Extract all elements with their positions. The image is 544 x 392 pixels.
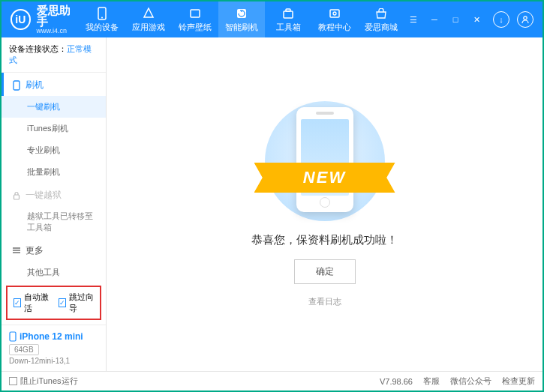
svg-point-8 xyxy=(524,16,527,19)
nav-ringtone[interactable]: 铃声壁纸 xyxy=(172,1,218,37)
svg-rect-9 xyxy=(14,81,20,90)
wechat-link[interactable]: 微信公众号 xyxy=(450,376,491,387)
main-content: NEW 恭喜您，保资料刷机成功啦！ 确定 查看日志 xyxy=(107,37,542,371)
success-illustration: NEW xyxy=(265,101,385,221)
maximize-button[interactable]: □ xyxy=(446,10,464,28)
svg-rect-6 xyxy=(330,10,339,17)
connection-status: 设备连接状态：正常模式 xyxy=(2,37,106,73)
svg-point-7 xyxy=(333,12,336,15)
customer-service-link[interactable]: 客服 xyxy=(423,376,440,387)
tutorial-icon xyxy=(328,7,341,20)
window-controls: ☰ ─ □ ✕ ↓ xyxy=(404,10,533,28)
version-label: V7.98.66 xyxy=(380,377,413,386)
nav-flash[interactable]: 智能刷机 xyxy=(218,1,265,37)
svg-point-1 xyxy=(101,16,103,18)
device-icon xyxy=(95,7,109,20)
top-nav: 我的设备 应用游戏 铃声壁纸 智能刷机 工具箱 教程中心 xyxy=(79,1,404,37)
device-info[interactable]: iPhone 12 mini 64GB Down-12mini-13,1 xyxy=(2,325,106,371)
store-icon xyxy=(374,7,388,20)
checkbox-skip-guide[interactable]: ✓ 跳过向导 xyxy=(59,292,95,314)
sidebar-item-other[interactable]: 其他工具 xyxy=(2,262,106,281)
flash-icon xyxy=(235,7,248,20)
flash-section-icon xyxy=(12,80,21,91)
svg-rect-10 xyxy=(14,195,20,199)
svg-rect-14 xyxy=(10,332,16,341)
view-log-link[interactable]: 查看日志 xyxy=(308,296,341,307)
sidebar-item-batch[interactable]: 批量刷机 xyxy=(2,161,106,183)
statusbar: 阻止iTunes运行 V7.98.66 客服 微信公众号 检查更新 xyxy=(2,371,542,391)
toolbox-icon xyxy=(281,7,295,20)
body: 设备连接状态：正常模式 刷机 一键刷机 iTunes刷机 专业刷机 批量刷机 一… xyxy=(2,37,542,371)
new-ribbon: NEW xyxy=(254,163,395,193)
section-more[interactable]: 更多 xyxy=(2,238,106,262)
check-update-link[interactable]: 检查更新 xyxy=(502,376,535,387)
nav-my-device[interactable]: 我的设备 xyxy=(79,1,125,37)
checkbox-block-itunes[interactable]: 阻止iTunes运行 xyxy=(9,376,78,387)
sidebar-item-itunes[interactable]: iTunes刷机 xyxy=(2,118,106,139)
app-url: www.i4.cn xyxy=(37,27,79,34)
nav-tutorial[interactable]: 教程中心 xyxy=(311,1,358,37)
download-icon[interactable]: ↓ xyxy=(493,11,509,28)
svg-rect-2 xyxy=(191,10,200,17)
sidebar-item-pro[interactable]: 专业刷机 xyxy=(2,139,106,161)
device-name: iPhone 12 mini xyxy=(9,331,98,342)
nav-store[interactable]: 爱思商城 xyxy=(358,1,404,37)
app-name: 爱思助手 xyxy=(37,4,79,27)
more-icon xyxy=(12,247,21,254)
checkbox-auto-activate[interactable]: ✓ 自动激活 xyxy=(14,292,50,314)
logo-icon: iU xyxy=(11,9,31,30)
app-window: iU 爱思助手 www.i4.cn 我的设备 应用游戏 铃声壁纸 智能刷机 xyxy=(0,0,544,392)
device-storage: 64GB xyxy=(9,344,39,355)
titlebar: iU 爱思助手 www.i4.cn 我的设备 应用游戏 铃声壁纸 智能刷机 xyxy=(2,1,542,37)
nav-toolbox[interactable]: 工具箱 xyxy=(265,1,311,37)
minimize-button[interactable]: ─ xyxy=(425,10,443,28)
menu-icon[interactable]: ☰ xyxy=(404,10,422,28)
sidebar-item-oneclick[interactable]: 一键刷机 xyxy=(2,96,106,118)
user-icon[interactable] xyxy=(517,11,533,28)
section-flash[interactable]: 刷机 xyxy=(2,73,106,96)
lock-icon xyxy=(12,191,21,200)
phone-illustration-icon xyxy=(296,107,353,212)
apps-icon xyxy=(142,7,155,20)
checkmark-icon: ✓ xyxy=(59,298,66,307)
options-highlighted: ✓ 自动激活 ✓ 跳过向导 xyxy=(6,286,101,320)
checkbox-empty-icon xyxy=(9,377,17,385)
confirm-button[interactable]: 确定 xyxy=(294,259,356,284)
success-message: 恭喜您，保资料刷机成功啦！ xyxy=(251,233,398,247)
logo: iU 爱思助手 www.i4.cn xyxy=(11,4,79,34)
device-model: Down-12mini-13,1 xyxy=(9,357,98,365)
section-jailbreak[interactable]: 一键越狱 xyxy=(2,183,106,206)
checkmark-icon: ✓ xyxy=(14,298,21,307)
phone-icon xyxy=(9,331,17,342)
close-button[interactable]: ✕ xyxy=(467,10,485,28)
svg-rect-5 xyxy=(286,9,290,11)
sidebar: 设备连接状态：正常模式 刷机 一键刷机 iTunes刷机 专业刷机 批量刷机 一… xyxy=(2,37,107,371)
ringtone-icon xyxy=(188,7,202,20)
svg-rect-4 xyxy=(284,11,293,18)
nav-apps[interactable]: 应用游戏 xyxy=(125,1,172,37)
jailbreak-note: 越狱工具已转移至 工具箱 xyxy=(2,206,106,238)
